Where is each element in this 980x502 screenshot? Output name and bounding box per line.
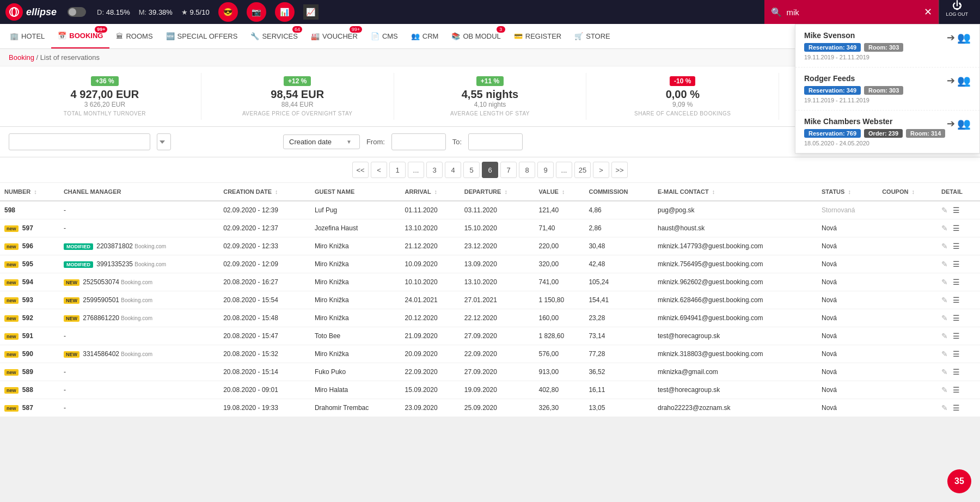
cell-detail[interactable]: ✎ ☰ (937, 255, 980, 273)
search-filter-input[interactable] (9, 133, 150, 150)
close-icon[interactable]: ✕ (924, 6, 932, 18)
page-first[interactable]: << (352, 162, 369, 178)
sidebar-item-crm[interactable]: 👥 CRM (405, 24, 445, 49)
sidebar-item-booking[interactable]: 📅 BOOKING 99+ (51, 24, 109, 49)
cell-coupon (878, 255, 937, 273)
detail-icon[interactable]: ☰ (953, 332, 960, 340)
col-value[interactable]: VALUE ↕ (534, 183, 584, 201)
edit-icon[interactable]: ✎ (941, 242, 948, 250)
from-date-input[interactable] (391, 133, 446, 150)
col-arrival[interactable]: ARRIVAL ↕ (401, 183, 460, 201)
edit-icon[interactable]: ✎ (941, 368, 948, 376)
cell-arrival: 24.01.2021 (401, 291, 460, 309)
edit-icon[interactable]: ✎ (941, 260, 948, 268)
new-badge: new (4, 279, 19, 286)
cell-detail[interactable]: ✎ ☰ (937, 237, 980, 255)
detail-icon[interactable]: ☰ (953, 368, 960, 376)
navigate-arrow-0[interactable]: ➔👥 (947, 31, 971, 44)
alert-icon-1[interactable]: 😎 (218, 2, 238, 22)
alert-icon-4[interactable]: 📈 (303, 4, 318, 20)
edit-icon[interactable]: ✎ (941, 314, 948, 322)
detail-icon[interactable]: ☰ (953, 314, 960, 322)
search-result-1[interactable]: Rodger Feeds Reservation: 349 Room: 303 … (795, 68, 979, 111)
page-prev[interactable]: < (371, 162, 387, 178)
detail-icon[interactable]: ☰ (953, 350, 960, 358)
sidebar-item-register[interactable]: 💳 REGISTER (507, 24, 568, 49)
sidebar-item-cms[interactable]: 📄 CMS (364, 24, 405, 49)
detail-icon[interactable]: ☰ (953, 296, 960, 304)
col-creation-date[interactable]: CREATION DATE ↕ (219, 183, 310, 201)
cell-detail[interactable]: ✎ ☰ (937, 381, 980, 399)
edit-icon[interactable]: ✎ (941, 296, 948, 304)
detail-icon[interactable]: ☰ (953, 242, 960, 250)
cell-detail[interactable]: ✎ ☰ (937, 345, 980, 363)
cell-status: Nová (817, 291, 878, 309)
cell-detail[interactable]: ✎ ☰ (937, 309, 980, 327)
navigate-arrow-1[interactable]: ➔👥 (947, 74, 971, 87)
sidebar-item-voucher[interactable]: 🏭 VOUCHER 99+ (304, 24, 364, 49)
page-25[interactable]: 25 (574, 162, 591, 178)
sidebar-item-store[interactable]: 🛒 STORE (568, 24, 617, 49)
edit-icon[interactable]: ✎ (941, 332, 948, 340)
cell-detail[interactable]: ✎ ☰ (937, 273, 980, 291)
theme-toggle[interactable] (68, 7, 86, 17)
search-result-2[interactable]: Mike Chambers Webster Reservation: 769 O… (795, 111, 979, 153)
cell-detail[interactable]: ✎ ☰ (937, 399, 980, 417)
cell-value: 1 828,60 (534, 327, 584, 345)
sidebar-item-special-offers[interactable]: 🆕 SPECIAL OFFERS (160, 24, 244, 49)
page-1[interactable]: 1 (389, 162, 406, 178)
page-9[interactable]: 9 (537, 162, 554, 178)
logout-button[interactable]: ⏻ LOG OUT (939, 0, 975, 24)
date-type-select[interactable]: Creation date Arrival Departure (289, 138, 342, 146)
detail-icon[interactable]: ☰ (953, 206, 960, 215)
cell-guest-name: Miro Knižka (310, 255, 401, 273)
edit-icon[interactable]: ✎ (941, 224, 948, 232)
sidebar-item-ob-modul[interactable]: 📚 OB MODUL 3 (445, 24, 507, 49)
edit-icon[interactable]: ✎ (941, 350, 948, 358)
page-4[interactable]: 4 (445, 162, 461, 178)
to-date-input[interactable] (468, 133, 523, 150)
breadcrumb-parent[interactable]: Booking (9, 53, 34, 62)
page-3[interactable]: 3 (426, 162, 443, 178)
col-email[interactable]: E-MAIL CONTACT ↕ (653, 183, 817, 201)
cell-detail[interactable]: ✎ ☰ (937, 363, 980, 381)
detail-icon[interactable]: ☰ (953, 260, 960, 268)
search-input[interactable] (786, 8, 920, 17)
edit-icon[interactable]: ✎ (941, 403, 948, 412)
cell-detail[interactable]: ✎ ☰ (937, 219, 980, 237)
alert-icon-2[interactable]: 📷 (247, 2, 266, 22)
detail-icon[interactable]: ☰ (953, 385, 960, 394)
alert-icon-3[interactable]: 📊 (275, 2, 295, 22)
table-row: new 593 NEW 2599590501 Booking.com 20.08… (0, 291, 980, 309)
edit-icon[interactable]: ✎ (941, 278, 948, 286)
navigate-arrow-2[interactable]: ➔👥 (947, 117, 971, 130)
cell-detail[interactable]: ✎ ☰ (937, 327, 980, 345)
search-result-0[interactable]: Mike Svenson Reservation: 349 Room: 303 … (795, 25, 979, 68)
page-7[interactable]: 7 (500, 162, 517, 178)
sidebar-item-services[interactable]: 🔧 SERVICES 64 (244, 24, 304, 49)
page-6[interactable]: 6 (482, 162, 498, 178)
cell-creation-date: 02.09.2020 - 12:33 (219, 237, 310, 255)
cell-value: 121,40 (534, 201, 584, 219)
col-number[interactable]: NUMBER ↕ (0, 183, 59, 201)
page-next[interactable]: > (593, 162, 609, 178)
sidebar-item-rooms[interactable]: 🏛 ROOMS (109, 24, 159, 49)
page-5[interactable]: 5 (463, 162, 480, 178)
voucher-icon: 🏭 (311, 32, 320, 40)
cell-detail[interactable]: ✎ ☰ (937, 201, 980, 219)
stat-label-0: TOTAL MONTHLY TURNOVER (20, 111, 190, 117)
cell-email: test@horecagroup.sk (653, 327, 817, 345)
detail-icon[interactable]: ☰ (953, 224, 960, 232)
detail-icon[interactable]: ☰ (953, 403, 960, 412)
cell-detail[interactable]: ✎ ☰ (937, 291, 980, 309)
page-last[interactable]: >> (611, 162, 628, 178)
col-departure[interactable]: DEPARTURE ↕ (460, 183, 535, 201)
col-coupon[interactable]: COUPON ↕ (878, 183, 937, 201)
detail-icon[interactable]: ☰ (953, 278, 960, 286)
page-8[interactable]: 8 (519, 162, 535, 178)
edit-icon[interactable]: ✎ (941, 385, 948, 394)
col-status[interactable]: STATUS ↕ (817, 183, 878, 201)
edit-icon[interactable]: ✎ (941, 206, 948, 215)
channel-filter-select[interactable] (157, 133, 171, 150)
sidebar-item-hotel[interactable]: 🏢 HOTEL (3, 24, 51, 49)
